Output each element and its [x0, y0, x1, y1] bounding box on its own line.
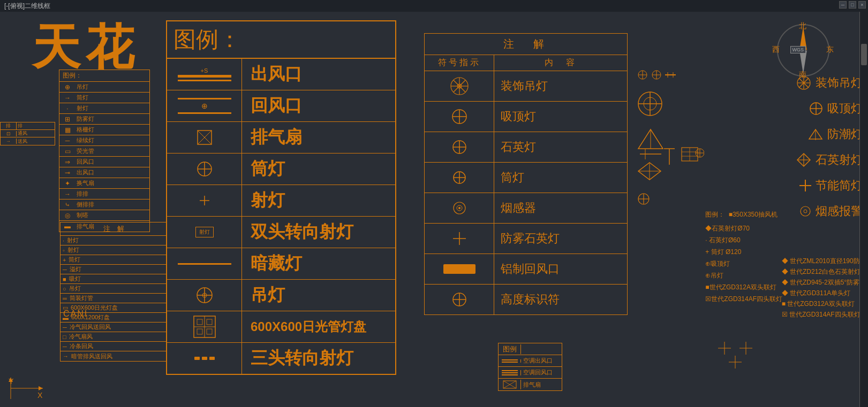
main-legend-table: 图例： +S 出风口 ⊕ 回风口	[166, 20, 396, 375]
svg-rect-18	[207, 329, 212, 334]
list-item: + 筒灯	[61, 255, 167, 265]
close-button[interactable]: ×	[858, 1, 866, 9]
legend-label-diaodeng: 吊灯	[242, 283, 293, 307]
icon-huifengkou: ⊕	[167, 90, 242, 121]
right-icon-3	[808, 128, 823, 140]
list-item: ⇒ 回风口	[59, 157, 149, 167]
legend-label-chuifengkou: 出风口	[242, 63, 311, 86]
icon-dash-bl: ─	[63, 266, 67, 273]
right-label-row-4: 石英射灯	[796, 152, 863, 168]
cani-text: CANI	[63, 309, 88, 319]
list-item: ⊞ 防雾灯	[59, 114, 149, 125]
list-item: ○ 吊灯	[61, 284, 167, 294]
bottom-cross-syms	[718, 342, 761, 371]
symbol-xidingdeng	[425, 102, 494, 132]
maximize-button[interactable]: □	[849, 1, 856, 9]
list-item: ◎ 制嗒	[59, 210, 149, 221]
legend-label-huifengkou: 回风口	[242, 94, 311, 118]
icon-circ-bl: ○	[63, 286, 66, 292]
icon-chuifengkou: +S	[167, 59, 242, 90]
scrollbar-thumb[interactable]	[861, 44, 867, 65]
right-label-5: 节能简灯	[816, 178, 863, 194]
axis-lines	[0, 375, 48, 402]
legend-row-huifengkou: ⊕ 回风口	[167, 90, 395, 122]
sym-area-right	[637, 70, 676, 208]
legend-label: 吊灯	[77, 83, 88, 91]
content-shiyingdeng: 石英灯	[494, 139, 627, 155]
right-icon-1	[796, 75, 811, 90]
icon-dot-bl: ·	[63, 237, 64, 244]
legend-label: 侧排排	[77, 201, 94, 209]
content-zhuangshi: 装饰吊灯	[494, 78, 627, 94]
figure-note-title-text: 图例：	[705, 211, 724, 218]
icon-dot3-bl: +	[63, 257, 66, 263]
sym-row-1	[637, 70, 676, 80]
icon-circle: ⊕	[62, 83, 73, 91]
title-bar: [-[俯视]二维线框 ─ □ ×	[0, 0, 868, 12]
list-item: ⤷ 侧排排	[59, 199, 149, 210]
legend-row-diaodeng: 吊灯	[167, 280, 395, 311]
brt-icon-1	[499, 359, 521, 363]
stl-label: 通风	[17, 130, 55, 137]
tube-light-icon	[196, 160, 213, 178]
annotation-row-yangaqi: 烟感器	[425, 193, 627, 224]
symbol-zhuangshi	[425, 71, 494, 101]
icon-dot2-bl: ◦	[63, 247, 65, 254]
list-item: ⊡ 通风	[1, 130, 55, 137]
list-item: ■ 吸灯	[61, 274, 167, 284]
model-item-5: ■ 世代ZGD312A双头联灯	[782, 298, 861, 309]
right-label-1: 装饰吊灯	[816, 75, 863, 91]
annotation-row-zhuangshi: 装饰吊灯	[425, 71, 627, 102]
scrollbar-vertical[interactable]	[859, 12, 868, 407]
minimize-button[interactable]: ─	[839, 1, 847, 9]
legend-label: 筒灯	[77, 94, 88, 102]
sym-small-1	[637, 70, 648, 80]
brt-header: 图例	[499, 343, 562, 355]
list-item: □ 冷气扇风	[61, 332, 167, 342]
list-item: ─ 冷条回风	[61, 342, 167, 351]
cross-symbols-svg	[718, 342, 761, 368]
icon-paiqishan	[167, 122, 242, 153]
model-item-1: ◆ 世代ZML2010直径190防	[782, 256, 861, 266]
svg-rect-16	[207, 319, 212, 325]
compass-east-label: 东	[826, 45, 834, 55]
icon-arrow5: ⤷	[62, 201, 73, 209]
model-item-2: ◆ 世代ZD212白色石英射灯	[782, 266, 861, 277]
icon-grid2: ▦	[62, 126, 73, 134]
right-label-6: 烟感报警	[816, 203, 863, 219]
list-item: ✦ 换气扇	[59, 178, 149, 189]
title-bar-text: [-[俯视]二维线框	[4, 2, 50, 11]
large-target-icon	[637, 91, 663, 117]
figure-note-item7: ■世代ZGD312A双头联灯	[705, 281, 782, 293]
svg-rect-17	[197, 329, 202, 334]
figure-note-item1: ■350X350抽风机	[729, 211, 778, 218]
symbol-shiyingdeng	[425, 132, 494, 162]
legend-label: 荧光管	[77, 147, 94, 155]
icon-santou	[167, 343, 242, 374]
legend-row-ancangdeng: 暗藏灯	[167, 248, 395, 280]
right-figure-note: 图例： ■350X350抽风机 ◆石英射灯Ø70 · 石英灯Ø60 + 筒灯 Ø…	[705, 209, 782, 305]
compass-north-label: 北	[799, 21, 806, 31]
label-bl11: 冷气扇风	[69, 333, 93, 341]
icon-diaodeng	[167, 280, 242, 311]
figure-note-title: 图例： ■350X350抽风机	[705, 209, 782, 220]
brt-row-1: 空调出风口	[499, 355, 562, 367]
stl-label: 送风	[17, 138, 55, 145]
icon-circle-sym: ◎	[62, 212, 73, 219]
annotation-row-gaodu: 高度标识符	[425, 285, 627, 314]
grid-light-icon	[193, 315, 216, 339]
bottom-legend-box: 注 解 · 射灯 ◦ 射灯 + 筒灯 ─ 溢灯 ■ 吸灯 ○ 吊灯 ═ 筒装灯管…	[60, 222, 167, 362]
wgs-badge: WGS	[790, 46, 806, 53]
technical-syms	[640, 143, 704, 178]
right-label-row-5: 节能简灯	[799, 178, 863, 194]
label-bl5: 吸灯	[69, 275, 81, 283]
label-bl12: 冷条回风	[70, 342, 93, 350]
list-item: ─ 溢灯	[61, 265, 167, 274]
list-item: ◦ 射灯	[61, 245, 167, 255]
label-bl2: 射灯	[67, 246, 79, 254]
figure-note-item5: ⊕吸顶灯	[705, 258, 782, 270]
symbol-yangaqi	[425, 193, 494, 223]
snowflake-icon	[449, 76, 470, 96]
brt-label-3: 排气扇	[521, 380, 562, 390]
icon-dash: ─	[62, 137, 73, 144]
